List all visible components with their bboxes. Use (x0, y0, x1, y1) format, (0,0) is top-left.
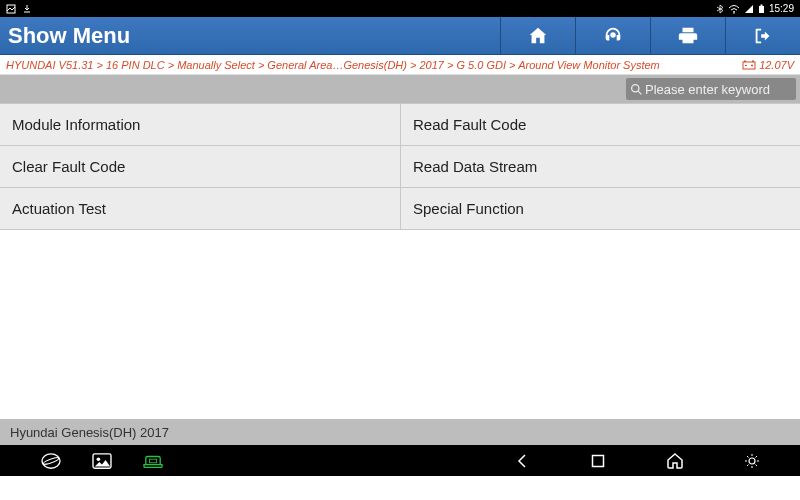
svg-rect-18 (593, 455, 604, 466)
nav-recent-icon[interactable] (590, 453, 606, 469)
search-input[interactable]: Please enter keyword (626, 78, 796, 100)
headset-icon (602, 25, 624, 47)
exit-button[interactable] (725, 17, 800, 54)
home-icon (527, 25, 549, 47)
bluetooth-icon (716, 4, 724, 14)
svg-rect-3 (760, 4, 762, 6)
svg-point-16 (97, 457, 101, 461)
gallery-icon[interactable] (92, 452, 112, 470)
menu-item-read-fault-code[interactable]: Read Fault Code (400, 104, 800, 146)
search-placeholder: Please enter keyword (645, 82, 792, 97)
download-icon (22, 4, 32, 14)
svg-line-12 (638, 91, 641, 94)
search-icon (630, 83, 643, 96)
print-button[interactable] (650, 17, 725, 54)
menu-item-actuation-test[interactable]: Actuation Test (0, 188, 400, 230)
menu-grid: Module Information Read Fault Code Clear… (0, 103, 800, 230)
signal-icon (744, 4, 754, 14)
status-left (6, 4, 32, 14)
device-icon[interactable] (142, 452, 164, 470)
picture-icon (6, 4, 16, 14)
svg-rect-6 (744, 60, 746, 62)
battery-car-icon (742, 60, 756, 70)
app-header: Show Menu (0, 17, 800, 55)
nav-back-icon[interactable] (514, 453, 530, 469)
android-status-bar: 15:29 (0, 0, 800, 17)
menu-item-clear-fault-code[interactable]: Clear Fault Code (0, 146, 400, 188)
nav-right-group (514, 452, 760, 470)
menu-item-read-data-stream[interactable]: Read Data Stream (400, 146, 800, 188)
support-button[interactable] (575, 17, 650, 54)
breadcrumb-text: HYUNDAI V51.31 > 16 PIN DLC > Manually S… (6, 59, 736, 71)
footer-vehicle: Hyundai Genesis(DH) 2017 (0, 419, 800, 445)
nav-home-icon[interactable] (666, 452, 684, 470)
voltage-value: 12.07V (759, 59, 794, 71)
menu-item-special-function[interactable]: Special Function (400, 188, 800, 230)
nav-voice-icon[interactable] (744, 453, 760, 469)
toolbar: Please enter keyword (0, 75, 800, 103)
svg-rect-5 (743, 62, 755, 69)
status-right: 15:29 (716, 3, 794, 14)
svg-point-14 (43, 456, 59, 465)
svg-rect-2 (759, 6, 764, 13)
nav-left-group (40, 452, 164, 470)
wifi-icon (728, 4, 740, 14)
battery-icon (758, 4, 765, 14)
android-nav-bar (0, 445, 800, 476)
content-blank (0, 230, 800, 419)
svg-rect-7 (752, 60, 754, 62)
svg-point-4 (610, 32, 616, 37)
home-button[interactable] (500, 17, 575, 54)
svg-point-11 (632, 84, 639, 91)
svg-point-1 (733, 12, 735, 14)
exit-icon (752, 25, 774, 47)
status-time: 15:29 (769, 3, 794, 14)
printer-icon (677, 25, 699, 47)
svg-rect-17 (149, 459, 156, 463)
breadcrumb: HYUNDAI V51.31 > 16 PIN DLC > Manually S… (0, 55, 800, 75)
svg-point-19 (749, 458, 755, 464)
voltage-indicator: 12.07V (742, 59, 794, 71)
menu-item-module-information[interactable]: Module Information (0, 104, 400, 146)
browser-icon[interactable] (40, 452, 62, 470)
svg-point-13 (42, 453, 60, 467)
page-title: Show Menu (0, 17, 500, 54)
